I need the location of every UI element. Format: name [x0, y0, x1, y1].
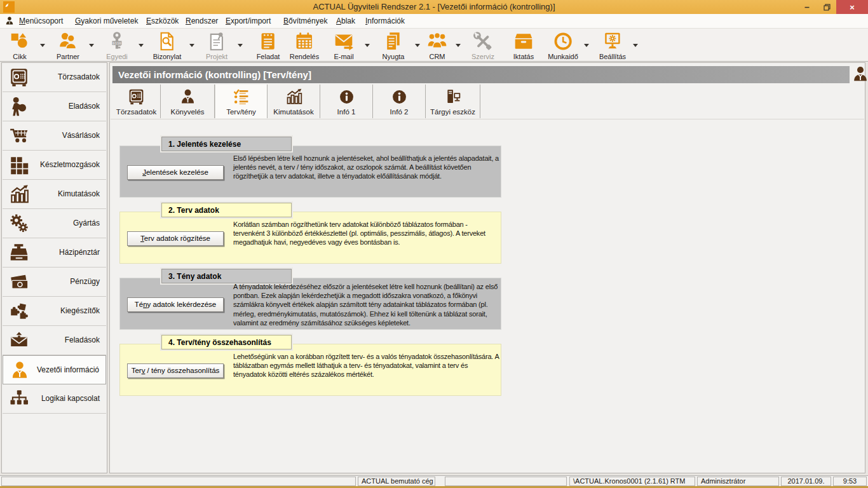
dropdown-arrow-icon[interactable] [89, 44, 94, 50]
sidebar-item-keszletmozgasok[interactable]: Készletmozgások [3, 151, 106, 180]
toolbar-button-partner[interactable]: Partner [57, 30, 79, 60]
toolbar-button-munkaido[interactable]: Munkaidő [548, 30, 578, 60]
tab-label: Infó 2 [390, 108, 409, 116]
sidebar-item-label: Gyártás [73, 209, 100, 238]
sidebar-item-penzugy[interactable]: Pénzügy [3, 268, 106, 297]
info-icon [390, 87, 409, 106]
sidebar-item-kiegeszitok[interactable]: Kiegészítők [3, 297, 106, 326]
dropdown-arrow-icon[interactable] [40, 44, 45, 50]
sidebar-item-label: Eladások [69, 92, 100, 121]
dropdown-arrow-icon[interactable] [365, 44, 370, 50]
menu-item-informaciok[interactable]: Információk [365, 17, 405, 25]
dropdown-arrow-icon[interactable] [139, 44, 144, 50]
chart-icon [285, 87, 303, 106]
info-icon [337, 87, 356, 106]
toolbar-button-label: Egyedi [106, 53, 128, 60]
tab-terv-teny[interactable]: Terv/tény [215, 85, 268, 118]
sidebar-item-feladasok[interactable]: Feladások [3, 326, 106, 355]
minimize-button[interactable]: – [797, 0, 817, 14]
menu-item-eszkozok[interactable]: Eszközök [146, 17, 179, 25]
section-description: Első lépésben létre kell hoznunk a jelen… [233, 154, 499, 181]
section-title: 2. Terv adatok [161, 203, 292, 217]
tab-torzsadatok[interactable]: Törzsadatok [112, 85, 161, 118]
sidebar-item-vezetoi-informacio[interactable]: Vezetői információ [3, 355, 106, 384]
menu-item-bovitmenyek[interactable]: Bővítmények [283, 17, 327, 25]
envelope-up-icon [8, 330, 30, 351]
sidebar-item-torzsadatok[interactable]: Törzsadatok [3, 63, 106, 92]
close-button[interactable]: × [836, 0, 868, 14]
toolbar-button-e-mail[interactable]: E-mail [333, 30, 355, 60]
toolbar-button-crm[interactable]: CRM [426, 30, 448, 60]
checklist-icon [232, 87, 250, 106]
status-time: 9:53 [833, 477, 867, 486]
toolbar-button-label: Bizonylat [153, 53, 182, 60]
dropdown-arrow-icon[interactable] [633, 44, 638, 50]
sidebar-item-eladasok[interactable]: Eladások [3, 92, 106, 121]
tab-konyveles[interactable]: Könyvelés [161, 85, 215, 118]
sidebar-item-label: Vásárlások [62, 121, 100, 150]
menu-item-rendszer[interactable]: Rendszer [186, 17, 218, 25]
tab-kimutatasok[interactable]: Kimutatások [268, 85, 320, 118]
sidebar-item-logikai-kapcsolat[interactable]: Logikai kapcsolat [3, 384, 106, 414]
sidebar-item-label: Pénzügy [70, 268, 100, 296]
toolbar-button-projekt[interactable]: Projekt [206, 30, 227, 60]
sidebar-item-label: Kimutatások [58, 180, 100, 208]
sidebar-item-label: Logikai kapcsolat [41, 384, 100, 413]
menubar: – × MenücsoportGyakori műveletekEszközök… [0, 14, 868, 29]
tree-icon [8, 388, 30, 410]
archive-icon [513, 30, 534, 53]
toolbar-button-rendeles[interactable]: Rendelés [290, 30, 319, 60]
tab-targyi-eszkoz[interactable]: Tárgyi eszköz [426, 85, 480, 118]
section-description: Korlátlan számban rögzíthetünk terv adat… [233, 220, 499, 247]
receipt-icon [383, 30, 404, 53]
toolbar-button-nyugta[interactable]: Nyugta [383, 30, 405, 60]
dropdown-arrow-icon[interactable] [415, 44, 420, 50]
toolbar-button-beallitas[interactable]: Beállítás [599, 30, 626, 60]
sidebar-item-gyartas[interactable]: Gyártás [3, 209, 106, 238]
menu-item-menucsoport[interactable]: Menücsoport [19, 17, 63, 25]
button-terv-adatok-rogzitese[interactable]: Terv adatok rögzítése [127, 231, 224, 246]
toolbar-button-label: Feladat [257, 53, 280, 60]
dropdown-arrow-icon[interactable] [584, 44, 589, 50]
toolbar-button-bizonylat[interactable]: Bizonylat [153, 30, 182, 60]
titlebar: ACTUAL Ügyviteli Rendszer 2.1 - [Vezetői… [0, 0, 868, 14]
window-title: ACTUAL Ügyviteli Rendszer 2.1 - [Vezetői… [0, 2, 868, 11]
status-cell-empty-2 [445, 477, 567, 486]
toolbar-button-cikk[interactable]: Cikk [9, 30, 31, 60]
button-teny-adatok-lekerdezese[interactable]: Tény adatok lekérdezése [127, 297, 224, 312]
gears-icon [8, 213, 30, 234]
cikk-icon [9, 30, 31, 53]
sidebar-item-kimutatasok[interactable]: Kimutatások [3, 180, 106, 209]
person-bag-icon [8, 96, 30, 118]
section-title: 4. Terv/tény összehasonlítás [161, 335, 292, 349]
tab-info-2[interactable]: Infó 2 [373, 85, 426, 118]
tab-info-1[interactable]: Infó 1 [320, 85, 373, 118]
svg-text:0110: 0110 [112, 41, 121, 45]
toolbar-button-egyedi[interactable]: 0110Egyedi [106, 30, 128, 60]
status-database: \ACTUAL.Kronos0001 (2.1.61) RTM [569, 477, 695, 486]
register-icon [8, 242, 30, 264]
restore-button[interactable] [817, 0, 836, 14]
money-icon [8, 271, 30, 293]
sidebar-item-hazipenztar[interactable]: Házipénztár [3, 238, 106, 268]
sidebar-item-vasarlasok[interactable]: Vásárlások [3, 121, 106, 151]
safe-icon [127, 87, 146, 106]
page-title: Vezetői információ (kontrolling) [Terv/t… [112, 66, 850, 83]
menu-item-ablak[interactable]: Ablak [336, 17, 355, 25]
document-pin-icon [206, 30, 227, 53]
menu-item-export-import[interactable]: Export/import [226, 17, 271, 25]
section-title: 1. Jelentés kezelése [161, 137, 292, 151]
toolbar-button-label: Munkaidő [548, 53, 578, 60]
toolbar-button-iktatas[interactable]: Iktatás [513, 30, 534, 60]
button-terv-teny-osszehasonlitas[interactable]: Terv / tény összehasonlítás [127, 363, 224, 378]
dropdown-arrow-icon[interactable] [456, 44, 461, 50]
sidebar: TörzsadatokEladásokVásárlásokKészletmozg… [1, 62, 107, 473]
button-jelentesek-kezelese[interactable]: Jelentések kezelése [127, 165, 224, 180]
sidebar-item-label: Kiegészítők [60, 297, 100, 325]
dropdown-arrow-icon[interactable] [238, 44, 243, 50]
toolbar-button-szerviz[interactable]: Szerviz [471, 30, 494, 60]
toolbar-button-feladat[interactable]: Feladat [257, 30, 280, 60]
dropdown-arrow-icon[interactable] [189, 44, 194, 50]
menu-item-gyakori-muveletek[interactable]: Gyakori műveletek [75, 17, 138, 25]
statusbar: ACTUAL bemutató cég\ACTUAL.Kronos0001 (2… [0, 475, 868, 486]
